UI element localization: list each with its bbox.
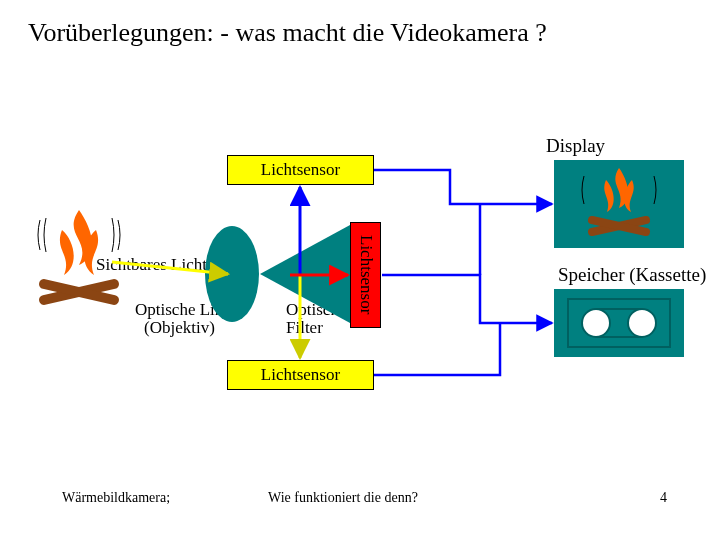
display-fire-icon: [554, 160, 684, 248]
slide-title: Vorüberlegungen: - was macht die Videoka…: [28, 18, 547, 48]
svg-point-8: [628, 309, 656, 337]
svg-point-7: [582, 309, 610, 337]
footer-left: Wärmebildkamera;: [62, 490, 170, 506]
lichtsensor-top-text: Lichtsensor: [261, 160, 340, 180]
lichtsensor-bottom-box: Lichtsensor: [227, 360, 374, 390]
lichtsensor-bottom-text: Lichtsensor: [261, 365, 340, 385]
lichtsensor-top-box: Lichtsensor: [227, 155, 374, 185]
speicher-label: Speicher (Kassette): [558, 264, 706, 286]
lens-icon: [204, 225, 260, 323]
display-device: [554, 160, 684, 248]
footer-page: 4: [660, 490, 667, 506]
cassette-icon: [554, 289, 684, 357]
display-label: Display: [546, 135, 605, 157]
prism-icon: [260, 225, 350, 323]
svg-marker-1: [260, 225, 350, 323]
footer-center: Wie funktioniert die denn?: [268, 490, 418, 506]
lichtsensor-right-text: Lichtsensor: [356, 235, 376, 314]
cassette-device: [554, 289, 684, 357]
slide: Vorüberlegungen: - was macht die Videoka…: [0, 0, 720, 540]
lichtsensor-right-box: Lichtsensor: [350, 222, 381, 328]
svg-point-0: [205, 226, 259, 322]
fire-source-icon: [32, 200, 127, 320]
